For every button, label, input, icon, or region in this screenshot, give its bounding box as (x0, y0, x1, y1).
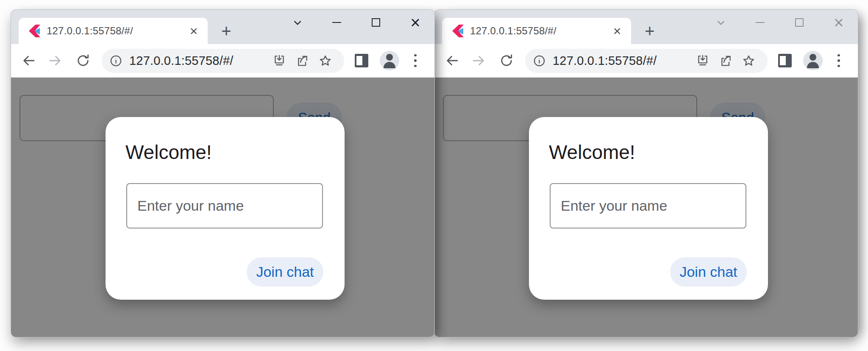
flet-favicon-icon (29, 25, 40, 37)
reload-button[interactable] (71, 49, 95, 72)
name-input[interactable] (550, 183, 746, 228)
browser-toolbar: 127.0.0.1:55758/#/ (434, 44, 858, 78)
install-app-icon[interactable] (268, 49, 291, 72)
tab-strip: 127.0.0.1:55758/#/ × + × (434, 10, 858, 44)
page-content: Send Welcome! Join chat (11, 78, 434, 337)
forward-button[interactable] (467, 49, 490, 72)
page-content: Send Welcome! Join chat (434, 78, 858, 337)
window-menu-chevron-icon[interactable] (712, 13, 730, 32)
join-chat-button[interactable]: Join chat (670, 257, 747, 287)
join-chat-button[interactable]: Join chat (247, 257, 323, 287)
bookmark-star-icon[interactable] (314, 49, 337, 72)
maximize-button[interactable] (367, 13, 385, 32)
tab-strip: 127.0.0.1:55758/#/ × + × (11, 10, 434, 44)
close-window-button[interactable]: × (406, 13, 425, 32)
new-tab-button[interactable]: + (640, 22, 659, 41)
tab-title: 127.0.0.1:55758/#/ (47, 25, 186, 37)
browser-tab[interactable]: 127.0.0.1:55758/#/ × (442, 18, 631, 44)
profile-avatar[interactable] (801, 49, 824, 72)
minimize-button[interactable] (327, 13, 346, 32)
tab-close-icon[interactable]: × (610, 24, 624, 38)
address-bar[interactable]: 127.0.0.1:55758/#/ (102, 49, 344, 73)
bookmark-star-icon[interactable] (737, 49, 760, 72)
welcome-dialog: Welcome! Join chat (529, 117, 768, 300)
browser-window-left: 127.0.0.1:55758/#/ × + × (11, 10, 434, 337)
forward-button[interactable] (43, 49, 67, 72)
browser-window-right: 127.0.0.1:55758/#/ × + × (434, 10, 858, 337)
browser-toolbar: 127.0.0.1:55758/#/ (11, 44, 434, 78)
back-button[interactable] (440, 49, 464, 72)
profile-avatar[interactable] (378, 49, 401, 72)
tab-close-icon[interactable]: × (186, 24, 201, 38)
window-menu-chevron-icon[interactable] (288, 13, 307, 32)
share-icon[interactable] (291, 49, 314, 72)
url-text[interactable]: 127.0.0.1:55758/#/ (553, 54, 691, 68)
welcome-dialog: Welcome! Join chat (106, 117, 345, 300)
reload-button[interactable] (495, 49, 518, 72)
side-panel-icon[interactable] (350, 49, 373, 72)
url-text[interactable]: 127.0.0.1:55758/#/ (129, 54, 268, 68)
maximize-button[interactable] (790, 13, 809, 32)
tab-title: 127.0.0.1:55758/#/ (470, 25, 610, 37)
site-info-icon[interactable] (533, 54, 546, 67)
browser-tab[interactable]: 127.0.0.1:55758/#/ × (19, 18, 208, 44)
share-icon[interactable] (714, 49, 737, 72)
dialog-title: Welcome! (125, 141, 212, 164)
new-tab-button[interactable]: + (217, 22, 236, 41)
avatar-person-icon (803, 51, 823, 70)
avatar-person-icon (380, 51, 399, 70)
site-info-icon[interactable] (109, 54, 122, 67)
back-button[interactable] (17, 49, 41, 72)
address-bar[interactable]: 127.0.0.1:55758/#/ (525, 49, 768, 73)
dialog-title: Welcome! (549, 141, 635, 164)
minimize-button[interactable] (751, 13, 769, 32)
close-window-button[interactable]: × (829, 13, 848, 32)
install-app-icon[interactable] (691, 49, 714, 72)
browser-menu-icon[interactable] (829, 49, 849, 72)
name-input[interactable] (126, 183, 323, 228)
flet-favicon-icon (452, 25, 464, 37)
browser-menu-icon[interactable] (405, 49, 426, 72)
side-panel-icon[interactable] (773, 49, 796, 72)
